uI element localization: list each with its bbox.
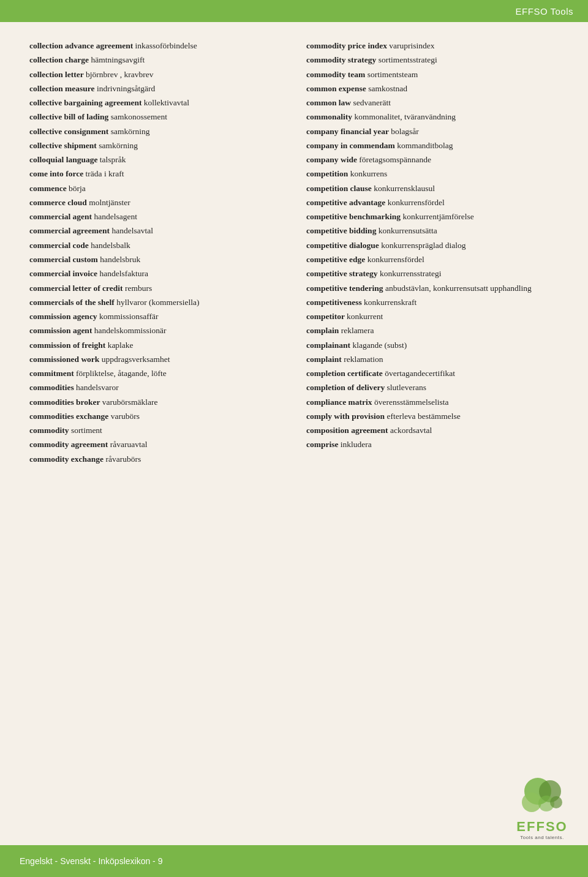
entry-term: colloquial language — [29, 155, 100, 164]
list-item: complaint reklamation — [306, 353, 559, 366]
list-item: company in commendam kommanditbolag — [306, 139, 559, 152]
list-item: common expense samkostnad — [306, 82, 559, 96]
list-item: commodities broker varubörsmäklare — [29, 396, 282, 409]
entry-translation: handelsbalk — [91, 241, 130, 250]
entry-term: collection charge — [29, 55, 91, 64]
entry-translation: anbudstävlan, konkurrensutsatt upphandli… — [385, 284, 532, 293]
entry-translation: varubörs — [111, 412, 140, 421]
entry-term: commission agent — [29, 326, 94, 335]
entry-term: commission agency — [29, 312, 99, 321]
entry-term: commercial agreement — [29, 226, 111, 235]
list-item: collective bargaining agreement kollekti… — [29, 96, 282, 110]
entry-term: commercial custom — [29, 255, 100, 264]
entry-translation: remburs — [125, 284, 152, 293]
logo-graphic — [514, 772, 570, 824]
entry-translation: talspråk — [100, 155, 126, 164]
entry-term: company wide — [306, 155, 359, 164]
list-item: competitive bidding konkurrensutsätta — [306, 224, 559, 238]
entry-translation: sortimentsstrategi — [379, 55, 437, 64]
list-item: competitive benchmarking konkurrentjämfö… — [306, 210, 559, 224]
entry-term: completion certificate — [306, 369, 385, 378]
list-item: comply with provision efterleva bestämme… — [306, 410, 559, 423]
list-item: commodity agreement råvaruavtal — [29, 438, 282, 451]
entry-term: commence — [29, 184, 69, 193]
entry-translation: konkurrenspräglad dialog — [381, 241, 466, 250]
entry-translation: samkostnad — [368, 84, 407, 93]
entry-translation: konkurrensfördel — [368, 255, 424, 264]
entry-term: commodity — [29, 426, 71, 435]
entry-translation: molntjänster — [89, 198, 130, 207]
list-item: company wide företagsomspännande — [306, 153, 559, 167]
entry-translation: konkurrens — [350, 169, 388, 178]
content-area: collection advance agreement inkassoförb… — [0, 22, 588, 515]
list-item: commodities exchange varubörs — [29, 410, 282, 423]
logo-box: EFFSO Tools and talents. — [514, 772, 570, 840]
entry-term: collective consignment — [29, 127, 111, 136]
entry-translation: bolagsår — [391, 127, 419, 136]
list-item: collective shipment samkörning — [29, 139, 282, 152]
list-item: collection advance agreement inkassoförb… — [29, 39, 282, 53]
entry-translation: kollektivavtal — [144, 98, 189, 107]
entry-translation: björnbrev , kravbrev — [86, 70, 154, 79]
entry-translation: uppdragsverksamhet — [102, 355, 170, 364]
entry-term: competitive advantage — [306, 198, 388, 207]
entry-term: commercial code — [29, 241, 91, 250]
entry-translation: slutleverans — [387, 383, 426, 392]
list-item: competition konkurrens — [306, 167, 559, 181]
header-title: EFFSO Tools — [516, 6, 573, 17]
entry-term: collection measure — [29, 84, 97, 93]
list-item: competitive tendering anbudstävlan, konk… — [306, 282, 559, 295]
entry-term: company in commendam — [306, 141, 397, 150]
list-item: come into force träda i kraft — [29, 167, 282, 181]
entry-term: collection advance agreement — [29, 41, 135, 50]
list-item: competitiveness konkurrenskraft — [306, 296, 559, 309]
entry-translation: överensstämmelselista — [374, 397, 448, 407]
list-item: commercial letter of credit remburs — [29, 282, 282, 295]
entry-term: collective bargaining agreement — [29, 98, 144, 107]
entry-term: comply with provision — [306, 412, 386, 421]
entry-translation: reklamation — [344, 355, 383, 364]
entry-translation: handelskommissionär — [94, 326, 167, 335]
entry-translation: konkurrensfördel — [388, 198, 445, 207]
entry-translation: inkassoförbindelse — [135, 41, 197, 50]
entry-term: compliance matrix — [306, 397, 374, 407]
list-item: complain reklamera — [306, 324, 559, 337]
list-item: competitive edge konkurrensfördel — [306, 253, 559, 266]
entry-translation: samkörning — [99, 141, 138, 150]
list-item: commercial code handelsbalk — [29, 239, 282, 252]
entry-translation: handelsfaktura — [99, 269, 148, 278]
list-item: collective consignment samkörning — [29, 125, 282, 138]
entry-translation: inkludera — [341, 440, 372, 449]
entry-translation: indrivningsåtgärd — [97, 84, 155, 93]
entry-term: complain — [306, 326, 341, 335]
entry-translation: samkonossement — [111, 112, 167, 121]
entry-translation: träda i kraft — [86, 169, 124, 178]
list-item: completion of delivery slutleverans — [306, 381, 559, 394]
list-item: compliance matrix överensstämmelselista — [306, 396, 559, 409]
list-item: commodity price index varuprisindex — [306, 39, 559, 53]
entry-translation: konkurrensstrategi — [380, 269, 441, 278]
list-item: commence börja — [29, 182, 282, 195]
entry-term: competitor — [306, 312, 347, 321]
entry-term: come into force — [29, 169, 86, 178]
list-item: commissioned work uppdragsverksamhet — [29, 353, 282, 366]
entry-term: comprise — [306, 440, 341, 449]
entry-translation: förpliktelse, åtagande, löfte — [76, 369, 167, 378]
entry-translation: sortimentsteam — [368, 70, 418, 79]
entry-term: commission of freight — [29, 341, 108, 350]
svg-point-4 — [550, 796, 562, 808]
entry-term: commodity team — [306, 70, 368, 79]
entry-translation: kommissionsaffär — [99, 312, 159, 321]
entry-translation: reklamera — [341, 326, 374, 335]
list-item: composition agreement ackordsavtal — [306, 424, 559, 437]
list-item: commodity team sortimentsteam — [306, 68, 559, 81]
entry-translation: börja — [69, 184, 86, 193]
entry-term: competitive benchmarking — [306, 212, 403, 221]
list-item: commitment förpliktelse, åtagande, löfte — [29, 367, 282, 380]
list-item: commission agency kommissionsaffär — [29, 310, 282, 323]
entry-term: commercials of the shelf — [29, 298, 116, 307]
entry-term: completion of delivery — [306, 383, 387, 392]
entry-translation: samkörning — [111, 127, 150, 136]
list-item: commission agent handelskommissionär — [29, 324, 282, 337]
list-item: competition clause konkurrensklausul — [306, 182, 559, 195]
